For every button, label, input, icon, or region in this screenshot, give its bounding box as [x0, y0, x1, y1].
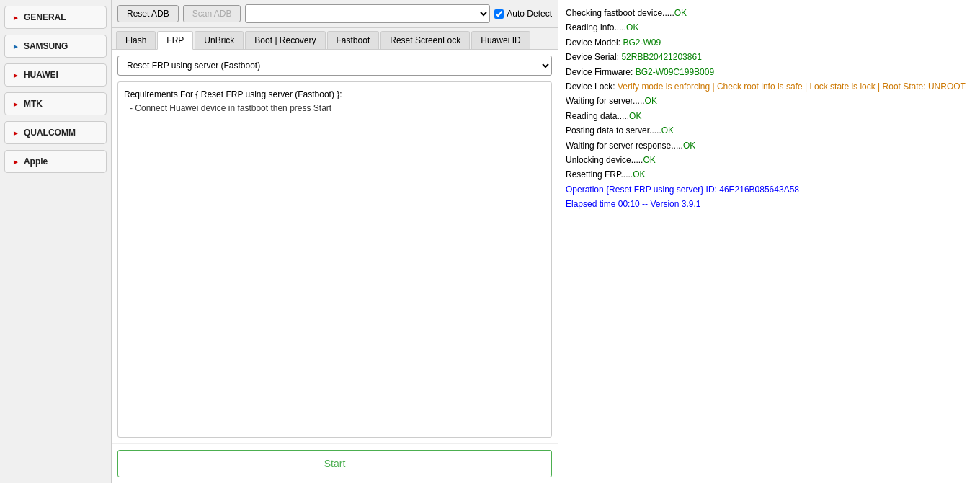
log-line: Reading info.....OK [566, 20, 973, 35]
start-area: Start [112, 443, 558, 483]
sidebar-btn-apple[interactable]: ►Apple [4, 150, 107, 173]
operation-select-wrapper: Reset FRP using server (Fastboot) [117, 56, 552, 76]
auto-detect-label: Auto Detect [507, 9, 552, 19]
sidebar-btn-samsung[interactable]: ►SAMSUNG [4, 35, 107, 58]
sidebar-label-qualcomm: QUALCOMM [24, 128, 76, 138]
sidebar-label-samsung: SAMSUNG [24, 41, 68, 51]
main-panel: Reset ADB Scan ADB Auto Detect FlashFRPU… [112, 0, 558, 483]
requirements-item-1: - Connect Huawei device in fastboot then… [130, 103, 331, 113]
scan-adb-button[interactable]: Scan ADB [183, 5, 241, 22]
arrow-icon: ► [12, 43, 19, 50]
sidebar-btn-mtk[interactable]: ►MTK [4, 92, 107, 115]
auto-detect-wrapper: Auto Detect [494, 9, 552, 19]
log-line: Posting data to server.....OK [566, 123, 973, 138]
reset-adb-button[interactable]: Reset ADB [117, 5, 179, 22]
arrow-icon: ► [12, 129, 19, 137]
device-select[interactable] [245, 4, 490, 23]
tab-frp[interactable]: FRP [157, 31, 193, 50]
arrow-icon: ► [12, 158, 19, 166]
sidebar-btn-general[interactable]: ►GENERAL [4, 6, 107, 29]
tab-boot-recovery[interactable]: Boot | Recovery [245, 31, 325, 49]
requirements-title: Requirements For { Reset FRP using serve… [124, 89, 342, 99]
log-line: Elapsed time 00:10 -- Version 3.9.1 [566, 197, 973, 211]
start-button[interactable]: Start [117, 450, 552, 477]
log-line: Operation {Reset FRP using server} ID: 4… [566, 182, 973, 197]
sidebar-btn-qualcomm[interactable]: ►QUALCOMM [4, 121, 107, 144]
arrow-icon: ► [12, 14, 19, 22]
log-line: Device Model: BG2-W09 [566, 35, 973, 50]
sidebar: ►GENERAL►SAMSUNG►HUAWEI►MTK►QUALCOMM►App… [0, 0, 112, 483]
operation-select[interactable]: Reset FRP using server (Fastboot) [117, 56, 552, 76]
sidebar-btn-huawei[interactable]: ►HUAWEI [4, 63, 107, 87]
content-area: Reset FRP using server (Fastboot) Requir… [112, 50, 558, 443]
tab-unbrick[interactable]: UnBrick [195, 31, 244, 49]
log-line: Waiting for server.....OK [566, 94, 973, 108]
log-line: Unlocking device.....OK [566, 153, 973, 167]
sidebar-label-general: GENERAL [24, 12, 66, 22]
sidebar-label-apple: Apple [24, 156, 48, 167]
tab-flash[interactable]: Flash [116, 31, 156, 49]
toolbar: Reset ADB Scan ADB Auto Detect [112, 0, 558, 28]
tabs-bar: FlashFRPUnBrickBoot | RecoveryFastbootRe… [112, 28, 558, 50]
log-line: Device Firmware: BG2-W09C199B009 [566, 65, 973, 79]
tab-reset-screenlock[interactable]: Reset ScreenLock [380, 31, 470, 49]
log-line: Device Serial: 52RBB20421203861 [566, 50, 973, 64]
requirements-box: Requirements For { Reset FRP using serve… [117, 81, 552, 438]
auto-detect-checkbox[interactable] [494, 9, 504, 19]
log-line: Resetting FRP.....OK [566, 167, 973, 182]
arrow-icon: ► [12, 71, 19, 79]
sidebar-label-mtk: MTK [24, 99, 43, 109]
tab-fastboot[interactable]: Fastboot [327, 31, 380, 49]
sidebar-label-huawei: HUAWEI [24, 70, 58, 80]
log-line: Waiting for server response.....OK [566, 138, 973, 153]
log-line: Checking fastboot device.....OK [566, 6, 973, 20]
log-line: Device Lock: Verify mode is enforcing | … [566, 79, 973, 94]
log-panel: Checking fastboot device.....OKReading i… [558, 0, 980, 483]
tab-huawei-id[interactable]: Huawei ID [471, 31, 530, 49]
arrow-icon: ► [12, 100, 19, 108]
log-line: Reading data.....OK [566, 109, 973, 123]
